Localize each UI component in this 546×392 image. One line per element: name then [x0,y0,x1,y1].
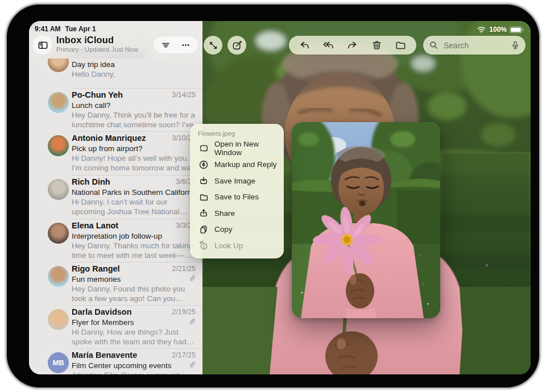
email-preview: Hey Danny, Thanks much for taking time t… [72,241,196,261]
row-separator [72,88,202,89]
more-icon [180,40,191,51]
row-separator [72,175,202,176]
battery-percent: 100% [489,26,507,34]
email-row[interactable]: Rich Dinh National Parks in Southern Cal… [29,177,202,216]
expand-button[interactable] [204,36,222,55]
menu-item-save-image[interactable]: Save Image [190,173,284,189]
email-preview: Hey Danny, Found this photo you took a f… [72,284,196,304]
reply-all-button[interactable] [320,37,337,54]
reply-icon [299,39,311,51]
filter-icon [160,40,171,51]
status-time: 9:41 AM [35,25,61,33]
folder-icon [395,39,407,51]
menu-item-label: Open in New Window [214,140,278,157]
attachment-paperclip-icon [189,318,195,325]
ipad-screen: Mr. Rico, Nice to meet you for yesterday… [29,21,531,374]
compose-icon [231,40,243,51]
avatar [48,309,69,330]
menu-item-look-up[interactable]: Look Up [190,237,284,254]
compose-button[interactable] [228,36,246,55]
email-row[interactable]: Antonio Manriquez Pick up from airport? … [29,134,202,173]
status-date: Tue Apr 1 [65,25,96,33]
email-date: 2/21/25 [172,265,196,273]
attachment-paperclip-icon [189,275,195,282]
email-subject: Interpretation job follow-up [72,231,196,241]
menu-item-open-in-new-window[interactable]: Open in New Window [190,140,284,157]
menu-item-label: Save Image [214,177,255,185]
row-separator [72,219,202,219]
email-date: 3/14/25 [172,91,196,99]
email-subject: Flyer for Members [72,318,196,327]
sender-name: Antonio Manriquez [72,134,162,144]
search-input[interactable] [442,40,507,51]
email-row[interactable]: Elena Lanot Interpretation job follow-up… [29,221,202,260]
sender-name: María Benavente [72,351,162,361]
mailbox-title: Inbox iCloud [56,35,138,45]
mail-list-pane: Mr. Rico, Nice to meet you for yesterday… [29,21,202,374]
menu-item-markup-and-reply[interactable]: Markup and Reply [190,157,284,173]
filter-button[interactable] [159,37,173,52]
email-subject: Pick up from airport? [72,144,196,153]
wifi-icon [477,26,486,34]
email-subject: Fun memories [72,274,196,284]
avatar [48,223,69,244]
email-date: 2/17/25 [172,351,196,359]
menu-item-label: Share [214,209,235,218]
menu-item-label: Save to Files [214,193,259,201]
row-separator [72,131,202,132]
trash-icon [371,39,383,51]
open-new-window-icon [198,143,209,154]
save-to-files-icon [198,191,209,202]
forward-button[interactable] [344,37,361,54]
move-to-folder-button[interactable] [392,37,410,54]
email-row[interactable]: Darla Davidson Flyer for Members Hi Dann… [29,307,202,347]
forward-icon [346,39,358,51]
image-context-menu: Flowers.jpeg Open in New Window Markup a… [190,124,284,258]
menu-item-label: Look Up [214,241,243,250]
look-up-icon [198,240,209,251]
sender-name: Rich Dinh [72,177,157,187]
sidebar-toggle-icon [37,39,49,51]
menu-item-label: Copy [214,225,233,233]
search-icon [429,40,439,50]
trash-button[interactable] [368,37,385,54]
message-actions-pill [289,36,416,55]
menu-item-save-to-files[interactable]: Save to Files [190,189,284,206]
avatar [48,135,69,156]
sender-name: Darla Davidson [72,307,162,318]
image-preview-card[interactable] [292,122,440,318]
email-preview: Hi Danny, I can't wait for our upcoming … [72,197,196,217]
email-row[interactable]: Po-Chun Yeh Lunch call? Hey Danny, Think… [29,90,202,130]
email-preview: Hey Danny, Think you'll be free for a lu… [72,110,196,130]
avatar: MB [48,352,69,373]
expand-icon [208,40,219,51]
sidebar-toggle-button[interactable] [33,35,52,55]
reply-button[interactable] [296,37,313,54]
ipad-device-frame: Mr. Rico, Nice to meet you for yesterday… [5,2,541,390]
email-subject: National Parks in Southern California [72,187,196,197]
menu-item-share[interactable]: Share [190,205,284,222]
attachment-paperclip-icon [189,361,195,368]
search-field[interactable] [423,36,526,55]
copy-icon [198,224,209,235]
sender-name: Po-Chun Yeh [72,90,162,101]
mic-icon [511,40,520,51]
message-toolbar [202,36,531,55]
flowers-jpeg-preview [292,122,440,318]
avatar [48,266,69,287]
email-row[interactable]: MB María Benavente Film Center upcoming … [29,351,202,374]
avatar-monogram: MB [52,358,64,367]
menu-item-label: Markup and Reply [214,160,277,169]
mailbox-subtitle: Primary · Updated Just Now [56,46,138,53]
email-subject: Day trip idea [72,60,196,69]
mailbox-header: 9:41 AMTue Apr 1 Inbox iCloud Primary · … [29,21,202,59]
screenshot-canvas: { "status": { "time": "9:41 AM", "date":… [0,0,546,392]
row-separator [72,305,202,306]
battery-icon [510,26,524,34]
more-button[interactable] [178,37,193,52]
menu-item-copy[interactable]: Copy [190,222,284,238]
mailbox-actions [154,36,198,53]
email-row[interactable]: Rigo Rangel Fun memories Hey Danny, Foun… [29,264,202,303]
email-subject: Lunch call? [72,101,196,110]
status-bar-right: 100% [477,26,524,34]
